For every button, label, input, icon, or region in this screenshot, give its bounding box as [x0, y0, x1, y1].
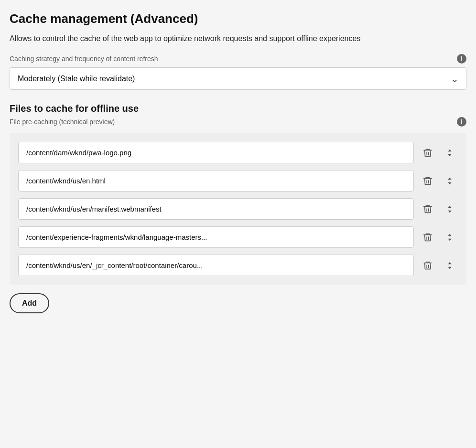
files-list-container — [10, 133, 466, 285]
file-input-3[interactable] — [18, 198, 414, 220]
file-input-4[interactable] — [18, 226, 414, 248]
caching-strategy-select[interactable]: Moderately (Stale while revalidate) Aggr… — [10, 67, 466, 90]
file-input-2[interactable] — [18, 170, 414, 192]
reorder-file-button-4[interactable] — [442, 229, 458, 245]
add-button[interactable]: Add — [10, 293, 49, 313]
page-description: Allows to control the cache of the web a… — [10, 33, 466, 44]
trash-icon — [422, 260, 433, 271]
file-row — [18, 170, 458, 192]
reorder-file-button-2[interactable] — [442, 173, 458, 189]
file-row — [18, 226, 458, 248]
file-input-5[interactable] — [18, 255, 414, 276]
file-row — [18, 142, 458, 163]
sort-icon — [444, 232, 455, 243]
delete-file-button-3[interactable] — [420, 201, 436, 217]
reorder-file-button-5[interactable] — [442, 257, 458, 274]
caching-strategy-select-wrapper: Moderately (Stale while revalidate) Aggr… — [10, 67, 466, 90]
trash-icon — [422, 232, 433, 243]
caching-strategy-label-row: Caching strategy and frequency of conten… — [10, 54, 466, 64]
file-row — [18, 198, 458, 220]
sort-icon — [444, 176, 455, 186]
delete-file-button-4[interactable] — [420, 229, 436, 245]
reorder-file-button-3[interactable] — [442, 201, 458, 217]
caching-strategy-label: Caching strategy and frequency of conten… — [10, 55, 158, 63]
file-row — [18, 255, 458, 276]
files-section-label: File pre-caching (technical preview) — [10, 118, 115, 126]
delete-file-button-1[interactable] — [420, 145, 436, 161]
caching-strategy-info-icon[interactable]: i — [457, 54, 466, 64]
page-title: Cache management (Advanced) — [10, 11, 466, 26]
files-section-label-row: File pre-caching (technical preview) i — [10, 117, 466, 127]
trash-icon — [422, 204, 433, 214]
sort-icon — [444, 148, 455, 158]
files-info-icon[interactable]: i — [457, 117, 466, 127]
delete-file-button-2[interactable] — [420, 173, 436, 189]
trash-icon — [422, 176, 433, 186]
files-section-title: Files to cache for offline use — [10, 103, 466, 114]
reorder-file-button-1[interactable] — [442, 145, 458, 161]
trash-icon — [422, 148, 433, 158]
sort-icon — [444, 204, 455, 214]
delete-file-button-5[interactable] — [420, 257, 436, 274]
file-input-1[interactable] — [18, 142, 414, 163]
sort-icon — [444, 260, 455, 271]
